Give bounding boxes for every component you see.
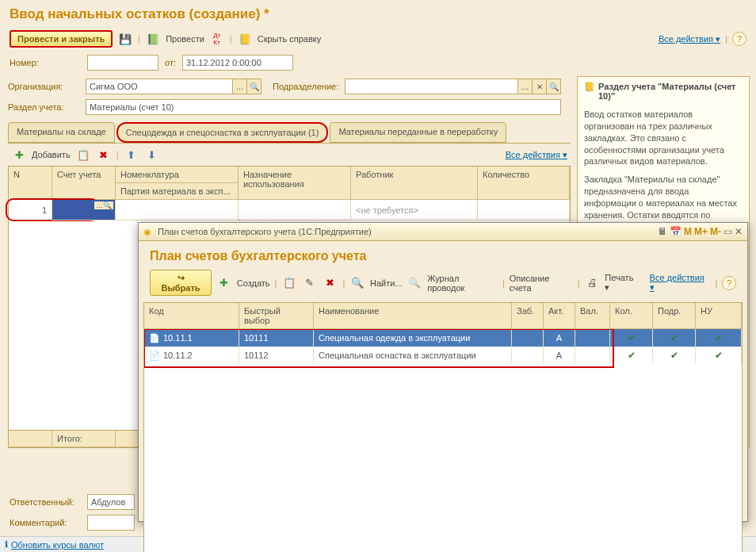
col-account: Счет учета bbox=[52, 167, 116, 200]
table-row[interactable]: 1 …🔍 <не требуется> bbox=[9, 200, 570, 220]
ellipsis-icon[interactable]: … bbox=[232, 79, 246, 94]
col-purpose: Назначение использования bbox=[239, 167, 351, 200]
add-icon[interactable]: ✚ bbox=[11, 147, 27, 163]
divider: | bbox=[578, 278, 580, 288]
add-button[interactable]: Добавить bbox=[32, 150, 71, 159]
col-nomenclature: Номенклатура bbox=[116, 167, 239, 183]
comment-field[interactable] bbox=[87, 515, 135, 531]
divider: | bbox=[138, 34, 140, 44]
org-field[interactable]: Сигма ООО … 🔍 bbox=[86, 79, 262, 94]
update-rates-link[interactable]: Обновить курсы валют bbox=[11, 540, 104, 550]
calc-icon[interactable]: 🖩 bbox=[658, 226, 667, 237]
section-field[interactable]: Материалы (счет 10) bbox=[86, 99, 561, 115]
col-name: Наименование bbox=[314, 303, 512, 329]
copy-icon[interactable]: 📋 bbox=[75, 147, 91, 163]
row-worker: <не требуется> bbox=[351, 200, 478, 220]
responsible-field[interactable]: Абдулов bbox=[87, 494, 135, 510]
print-button[interactable]: Печать ▾ bbox=[605, 273, 640, 293]
create-button[interactable]: Создать bbox=[237, 278, 270, 288]
delete-icon[interactable]: ✖ bbox=[96, 147, 112, 163]
help-para: Ввод остатков материалов организован на … bbox=[584, 109, 743, 167]
divider: | bbox=[725, 34, 727, 44]
post-button[interactable]: Провести bbox=[166, 34, 204, 44]
col-akt: Акт. bbox=[544, 303, 575, 329]
col-podr: Подр. bbox=[653, 303, 696, 329]
divider: | bbox=[275, 278, 277, 288]
up-icon[interactable]: ⬆ bbox=[123, 147, 139, 163]
all-actions-link[interactable]: Все действия ▾ bbox=[650, 273, 711, 293]
divider: | bbox=[116, 150, 119, 159]
col-kol: Кол. bbox=[610, 303, 653, 329]
account-row[interactable]: 📄10.11.110111Специальная одежда в эксплу… bbox=[144, 329, 742, 347]
col-code: Код bbox=[144, 303, 239, 329]
modal-heading: План счетов бухгалтерского учета bbox=[139, 241, 747, 266]
desc-button[interactable]: Описание счета bbox=[510, 274, 573, 293]
section-label: Раздел учета: bbox=[8, 102, 82, 112]
clear-find-icon[interactable]: 🔍 bbox=[407, 275, 423, 291]
tab-stock[interactable]: Материалы на складе bbox=[8, 122, 115, 143]
tab-processing[interactable]: Материалы переданные в переработку bbox=[330, 122, 506, 143]
edit-icon[interactable]: ✎ bbox=[302, 275, 318, 291]
divider: | bbox=[502, 278, 505, 288]
help-icon[interactable]: ? bbox=[732, 32, 746, 46]
journal-button[interactable]: Журнал проводок bbox=[427, 274, 498, 293]
divider: | bbox=[715, 278, 717, 288]
col-quick: Быстрый выбор bbox=[239, 303, 314, 329]
subdiv-label: Подразделение: bbox=[273, 82, 338, 91]
accounts-list[interactable]: 📄10.11.110111Специальная одежда в эксплу… bbox=[144, 329, 742, 552]
down-icon[interactable]: ⬇ bbox=[143, 147, 159, 163]
ellipsis-icon[interactable]: … bbox=[517, 79, 532, 94]
app-icon: ◉ bbox=[143, 227, 151, 237]
hide-help-button[interactable]: Скрыть справку bbox=[258, 34, 322, 44]
totals-label: Итого: bbox=[52, 431, 116, 447]
info-icon: 📒 bbox=[584, 82, 595, 105]
number-field[interactable] bbox=[87, 55, 158, 71]
page-title: Ввод начальных остатков (создание) * bbox=[0, 0, 756, 27]
select-button[interactable]: ↪ Выбрать bbox=[150, 270, 212, 296]
col-worker: Работник bbox=[351, 167, 478, 200]
org-label: Организация: bbox=[8, 82, 82, 91]
divider: | bbox=[342, 278, 345, 288]
print-icon[interactable]: 🖨 bbox=[585, 275, 601, 291]
post-and-close-button[interactable]: Провести и закрыть bbox=[10, 30, 113, 48]
responsible-label: Ответственный: bbox=[10, 497, 84, 507]
all-actions-link[interactable]: Все действия ▾ bbox=[506, 150, 567, 160]
m-minus-button[interactable]: M- bbox=[710, 226, 721, 237]
help-title: Раздел учета "Материалы (счет 10)" bbox=[598, 82, 743, 101]
m-button[interactable]: M bbox=[684, 226, 692, 237]
help-icon[interactable]: ? bbox=[722, 276, 736, 290]
date-field[interactable]: 31.12.2012 0:00:00 bbox=[182, 55, 293, 71]
info-icon: ℹ bbox=[5, 539, 8, 550]
subdiv-field[interactable]: … ✕ 🔍 bbox=[345, 79, 561, 94]
account-row[interactable]: 📄10.11.210112Специальная оснастка в эксп… bbox=[144, 347, 742, 364]
from-label: от: bbox=[165, 58, 176, 67]
clear-icon[interactable]: ✕ bbox=[532, 79, 546, 94]
dtkt-icon[interactable]: ДтКт bbox=[209, 31, 225, 47]
tab-special[interactable]: Спецодежда и спецоснастка в эксплуатации… bbox=[116, 122, 329, 143]
number-label: Номер: bbox=[10, 58, 84, 67]
info-icon[interactable]: 📒 bbox=[237, 31, 253, 47]
col-val: Вал. bbox=[575, 303, 610, 329]
calendar-icon[interactable]: 📅 bbox=[670, 226, 682, 237]
m-plus-button[interactable]: M+ bbox=[694, 226, 708, 237]
create-icon[interactable]: ✚ bbox=[216, 275, 232, 291]
col-nu: НУ bbox=[696, 303, 742, 329]
divider: | bbox=[230, 34, 232, 44]
col-qty: Количество bbox=[478, 167, 570, 200]
find-button[interactable]: Найти... bbox=[370, 278, 403, 288]
col-n: N bbox=[9, 167, 52, 200]
main-toolbar: Провести и закрыть 💾 | 📗 Провести ДтКт |… bbox=[0, 27, 756, 52]
post-icon[interactable]: 📗 bbox=[145, 31, 161, 47]
minimize-icon[interactable]: ▭ bbox=[724, 226, 732, 237]
delete-icon[interactable]: ✖ bbox=[323, 275, 338, 291]
copy-icon[interactable]: 📋 bbox=[281, 275, 297, 291]
close-icon[interactable]: ✕ bbox=[735, 226, 743, 237]
search-icon[interactable]: 🔍 bbox=[546, 79, 560, 94]
save-icon[interactable]: 💾 bbox=[117, 31, 133, 47]
find-icon[interactable]: 🔍 bbox=[349, 275, 365, 291]
all-actions-link[interactable]: Все действия ▾ bbox=[659, 34, 720, 44]
modal-wintitle: План счетов бухгалтерского учета (1С:Пре… bbox=[158, 227, 372, 236]
comment-label: Комментарий: bbox=[10, 518, 84, 527]
chart-of-accounts-modal: ◉ План счетов бухгалтерского учета (1С:П… bbox=[138, 222, 748, 522]
search-icon[interactable]: 🔍 bbox=[246, 79, 261, 94]
